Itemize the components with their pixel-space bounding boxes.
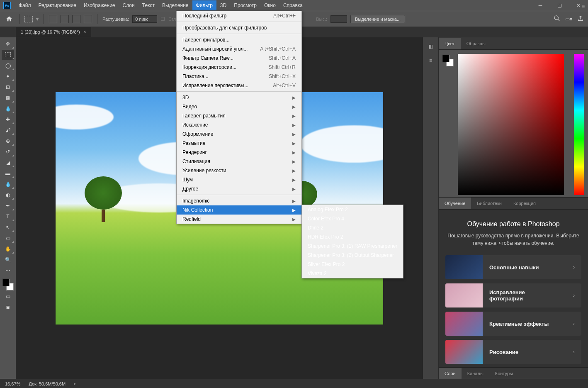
panel-tab[interactable]: Коррекция bbox=[508, 198, 542, 209]
menu-фильтр[interactable]: Фильтр bbox=[192, 0, 216, 10]
menu-item[interactable]: Другое▶ bbox=[177, 184, 301, 193]
dodge-tool[interactable]: ◐ bbox=[2, 190, 14, 200]
document-tab[interactable]: 1 (20).jpg @ 16,7% (RGB/8*) × bbox=[16, 27, 91, 37]
panel-tab[interactable]: Библиотеки bbox=[471, 198, 508, 209]
frame-tool[interactable]: ⊠ bbox=[2, 93, 14, 103]
menu-item[interactable]: Шум▶ bbox=[177, 175, 301, 184]
menu-item[interactable]: Viveza 2 bbox=[302, 269, 403, 278]
share-icon[interactable] bbox=[577, 15, 584, 23]
history-brush-tool[interactable]: ↺ bbox=[2, 147, 14, 157]
menu-item[interactable]: Галерея размытия▶ bbox=[177, 111, 301, 120]
brush-tool[interactable]: 🖌 bbox=[2, 125, 14, 135]
menu-выделение[interactable]: Выделение bbox=[158, 0, 192, 10]
color-field[interactable] bbox=[458, 54, 564, 195]
eyedropper-tool[interactable]: 💧 bbox=[2, 104, 14, 114]
menu-просмотр[interactable]: Просмотр bbox=[230, 0, 260, 10]
edit-toolbar[interactable]: ⋯ bbox=[2, 266, 14, 276]
menu-item[interactable]: Искажение▶ bbox=[177, 120, 301, 129]
selection-new-icon[interactable] bbox=[49, 15, 57, 23]
move-tool[interactable]: ✥ bbox=[2, 39, 14, 49]
zoom-level[interactable]: 16,67% bbox=[5, 381, 20, 386]
blur-tool[interactable]: 💧 bbox=[2, 179, 14, 189]
learn-card[interactable]: Креативные эффекты› bbox=[445, 312, 581, 336]
menu-item[interactable]: Адаптивный широкий угол...Alt+Shift+Ctrl… bbox=[177, 44, 301, 54]
menu-item[interactable]: Последний фильтрAlt+Ctrl+F bbox=[177, 11, 301, 20]
selection-intersect-icon[interactable] bbox=[84, 15, 92, 23]
panel-tab[interactable]: Каналы bbox=[462, 368, 489, 379]
feather-input[interactable] bbox=[132, 15, 157, 23]
close-tab-icon[interactable]: × bbox=[83, 29, 86, 35]
menu-item[interactable]: Оформление▶ bbox=[177, 129, 301, 139]
eraser-tool[interactable]: ◢ bbox=[2, 158, 14, 168]
menu-item[interactable]: Фильтр Camera Raw...Shift+Ctrl+A bbox=[177, 54, 301, 63]
minimize-button[interactable]: ─ bbox=[531, 0, 550, 11]
height-input[interactable] bbox=[330, 15, 347, 23]
screen-mode-tool[interactable]: ▭ bbox=[2, 291, 14, 301]
crop-tool[interactable]: ⊡ bbox=[2, 82, 14, 92]
search-icon[interactable] bbox=[554, 15, 560, 23]
menu-файл[interactable]: Файл bbox=[15, 0, 35, 10]
menu-item[interactable]: Пластика...Shift+Ctrl+X bbox=[177, 72, 301, 81]
menu-item[interactable]: Коррекция дисторсии...Shift+Ctrl+R bbox=[177, 63, 301, 72]
panel-tab[interactable]: Контуры bbox=[489, 368, 519, 379]
panel-menu-icon[interactable]: ≡ bbox=[582, 3, 585, 9]
menu-item[interactable]: Sharpener Pro 3: (1) RAW Presharpener bbox=[302, 242, 403, 251]
menu-item[interactable]: HDR Efex Pro 2 bbox=[302, 232, 403, 242]
menu-item[interactable]: Рендеринг▶ bbox=[177, 148, 301, 157]
foreground-background-swatch[interactable] bbox=[2, 279, 14, 290]
menu-item[interactable]: Color Efex Pro 4 bbox=[302, 214, 403, 223]
panel-tab[interactable]: Слои bbox=[439, 368, 462, 379]
menu-item[interactable]: Nik Collection▶Analog Efex Pro 2Color Ef… bbox=[177, 205, 301, 215]
gradient-tool[interactable]: ▬ bbox=[2, 168, 14, 178]
menu-item[interactable]: Redfield▶ bbox=[177, 215, 301, 224]
panel-tab[interactable]: Цвет bbox=[439, 38, 461, 49]
menu-слои[interactable]: Слои bbox=[119, 0, 138, 10]
menu-item[interactable]: Усиление резкости▶ bbox=[177, 166, 301, 175]
menu-item[interactable]: Размытие▶ bbox=[177, 139, 301, 148]
selection-subtract-icon[interactable] bbox=[72, 15, 80, 23]
menu-item[interactable]: Sharpener Pro 3: (2) Output Sharpener bbox=[302, 251, 403, 260]
menu-изображение[interactable]: Изображение bbox=[80, 0, 119, 10]
learn-card[interactable]: Рисование› bbox=[445, 340, 581, 364]
quick-mask-tool[interactable]: ◙ bbox=[2, 302, 14, 312]
zoom-tool[interactable]: 🔍 bbox=[2, 255, 14, 265]
menu-текст[interactable]: Текст bbox=[138, 0, 158, 10]
close-button[interactable]: ✕ bbox=[569, 0, 588, 11]
workspace-icon[interactable]: ▭▾ bbox=[565, 16, 572, 22]
menu-item[interactable]: Преобразовать для смарт-фильтров bbox=[177, 23, 301, 32]
menu-item[interactable]: Silver Efex Pro 2 bbox=[302, 260, 403, 269]
learn-card[interactable]: Исправление фотографии› bbox=[445, 283, 581, 307]
shape-tool[interactable]: ▭ bbox=[2, 233, 14, 243]
hand-tool[interactable]: ✋ bbox=[2, 244, 14, 254]
learn-card[interactable]: Основные навыки› bbox=[445, 255, 581, 279]
menu-справка[interactable]: Справка bbox=[279, 0, 306, 10]
history-panel-icon[interactable]: ◧ bbox=[425, 41, 437, 52]
color-swatches[interactable] bbox=[442, 55, 454, 66]
menu-item[interactable]: 3D▶ bbox=[177, 93, 301, 102]
hue-slider[interactable] bbox=[574, 54, 584, 195]
lasso-tool[interactable]: ◯ bbox=[2, 61, 14, 71]
maximize-button[interactable]: ▢ bbox=[550, 0, 569, 11]
menu-3d[interactable]: 3D bbox=[216, 0, 230, 10]
quick-select-tool[interactable]: ✦ bbox=[2, 71, 14, 81]
menu-item[interactable]: Стилизация▶ bbox=[177, 157, 301, 166]
pen-tool[interactable]: ✒ bbox=[2, 201, 14, 211]
menu-item[interactable]: Исправление перспективы...Alt+Ctrl+V bbox=[177, 81, 301, 90]
menu-item[interactable]: Analog Efex Pro 2 bbox=[302, 205, 403, 214]
type-tool[interactable]: T bbox=[2, 212, 14, 222]
marquee-preset-icon[interactable] bbox=[24, 16, 33, 22]
marquee-tool[interactable] bbox=[2, 50, 14, 60]
path-select-tool[interactable]: ↖ bbox=[2, 222, 14, 232]
selection-add-icon[interactable] bbox=[61, 15, 69, 23]
home-icon[interactable] bbox=[4, 14, 14, 24]
menu-редактирование[interactable]: Редактирование bbox=[35, 0, 80, 10]
panel-tab[interactable]: Обучение bbox=[439, 198, 471, 209]
healing-tool[interactable]: ✚ bbox=[2, 115, 14, 124]
menu-item[interactable]: Imagenomic▶ bbox=[177, 196, 301, 205]
menu-item[interactable]: Галерея фильтров... bbox=[177, 35, 301, 44]
document-size[interactable]: Док: 50,6M/50,6M bbox=[29, 381, 66, 386]
clone-tool[interactable]: ⊕ bbox=[2, 136, 14, 146]
select-and-mask-button[interactable]: Выделение и маска... bbox=[350, 15, 405, 23]
menu-окно[interactable]: Окно bbox=[260, 0, 279, 10]
menu-item[interactable]: Dfine 2 bbox=[302, 223, 403, 232]
